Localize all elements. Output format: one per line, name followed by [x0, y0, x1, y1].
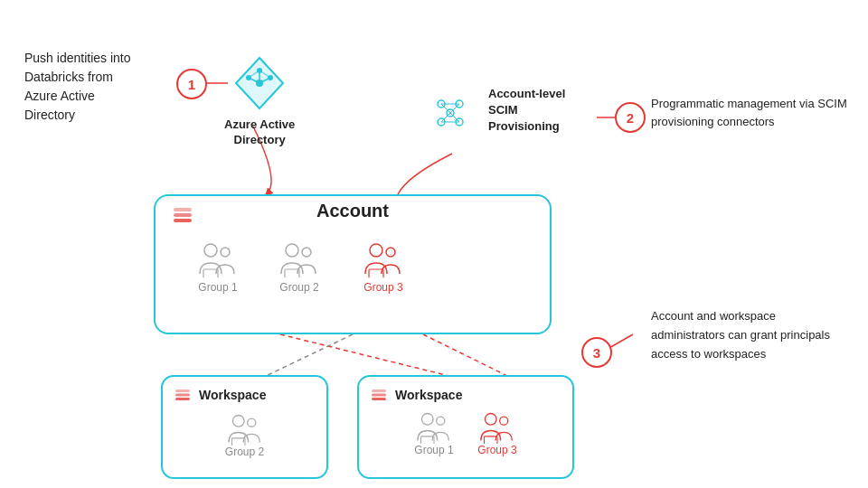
- account-group2: Group 2: [276, 239, 323, 294]
- scim-provisioning-text: Account-level SCIM Provisioning: [488, 86, 606, 136]
- svg-rect-53: [372, 394, 386, 397]
- svg-point-41: [370, 244, 382, 257]
- workspace2-icon: [370, 386, 388, 404]
- workspace2-group1: Group 1: [410, 409, 458, 456]
- workspace1-group2-label: Group 2: [225, 446, 264, 458]
- svg-point-55: [421, 414, 433, 426]
- step1-circle: 1: [176, 69, 207, 99]
- workspace2-box: Workspace Group 1: [357, 375, 574, 479]
- azure-label: Azure Active Directory: [224, 117, 295, 148]
- svg-point-34: [221, 248, 230, 257]
- svg-rect-31: [174, 213, 192, 217]
- svg-point-37: [286, 244, 298, 257]
- intro-line2: Databricks from: [24, 70, 113, 84]
- intro-line3: Azure Active: [24, 89, 95, 103]
- svg-point-42: [386, 248, 395, 257]
- intro-text: Push identities into Databricks from Azu…: [24, 49, 178, 125]
- svg-line-28: [450, 113, 459, 122]
- azure-icon-svg: [231, 54, 288, 112]
- account-group1: Group 1: [194, 239, 241, 294]
- group1-label: Group 1: [198, 281, 237, 294]
- workspace1-icon: [174, 386, 192, 404]
- workspace2-group1-label: Group 1: [414, 444, 453, 456]
- workspace2-group3-label: Group 3: [477, 444, 516, 456]
- workspace1-title: Workspace: [199, 388, 266, 402]
- svg-point-59: [485, 414, 496, 426]
- intro-line4: Directory: [24, 108, 75, 122]
- step2-circle: 2: [615, 102, 646, 133]
- svg-point-56: [437, 417, 445, 425]
- workspace2-groups: Group 1 Group 3: [359, 409, 572, 456]
- svg-rect-46: [175, 394, 190, 397]
- svg-line-5: [423, 334, 511, 378]
- diagram-container: Push identities into Databricks from Azu…: [0, 0, 868, 488]
- svg-rect-47: [175, 389, 190, 392]
- svg-rect-54: [372, 389, 386, 392]
- svg-line-26: [450, 104, 459, 113]
- svg-line-25: [441, 104, 450, 113]
- workspace2-title: Workspace: [395, 388, 462, 402]
- azure-active-directory: Azure Active Directory: [224, 54, 295, 148]
- svg-line-27: [441, 113, 450, 122]
- group2-label: Group 2: [279, 281, 318, 294]
- svg-point-38: [302, 248, 311, 257]
- workspace2-group3: Group 3: [474, 409, 521, 456]
- svg-rect-30: [174, 219, 192, 222]
- right-text-2: Programmatic management via SCIM provisi…: [651, 95, 850, 130]
- svg-point-33: [204, 244, 217, 257]
- svg-line-3: [280, 334, 457, 378]
- svg-point-60: [500, 417, 508, 425]
- right-text-3: Account and workspace administrators can…: [651, 307, 850, 363]
- svg-point-49: [247, 418, 255, 427]
- intro-line1: Push identities into: [24, 51, 131, 65]
- group3-label: Group 3: [363, 281, 402, 294]
- svg-point-48: [232, 416, 244, 427]
- scim-connector-icon: [428, 90, 473, 139]
- account-title: Account: [190, 201, 515, 221]
- account-group3: Group 3: [360, 239, 407, 294]
- svg-rect-32: [174, 208, 192, 211]
- workspace1-group2: Group 2: [163, 411, 326, 458]
- svg-line-4: [262, 334, 353, 378]
- workspace1-box: Workspace Group 2: [161, 375, 328, 479]
- svg-rect-52: [372, 398, 386, 400]
- svg-rect-45: [175, 398, 190, 400]
- step3-circle: 3: [581, 337, 612, 368]
